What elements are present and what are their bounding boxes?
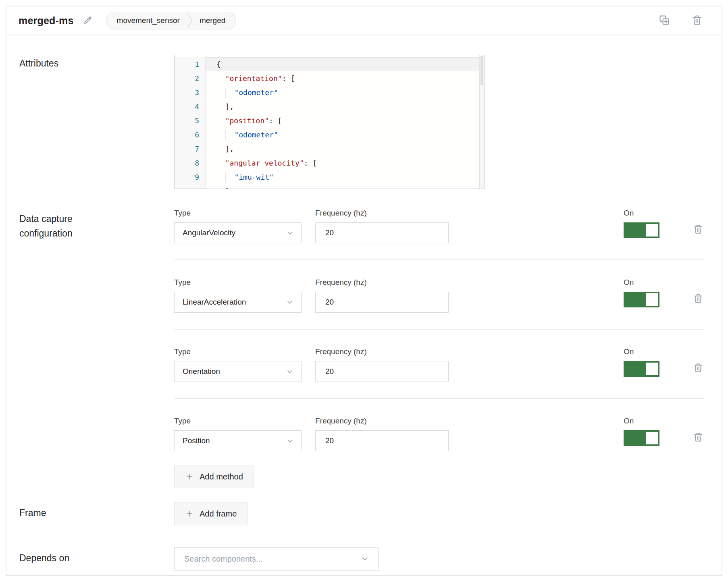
capture-type-select[interactable]: Position	[174, 430, 302, 451]
attributes-code-lines: 1{2 "orientation": [3 "odometer"4 ],5 "p…	[175, 57, 484, 189]
toggle-knob	[646, 432, 658, 444]
breadcrumb-type: movement_sensor	[117, 16, 180, 25]
code-line: 5 "position": [	[175, 114, 484, 128]
data-capture-label: Data capture configuration	[19, 209, 174, 488]
add-method-label: Add method	[200, 472, 243, 481]
trash-icon	[693, 293, 704, 305]
capture-row: Type Position Frequency (hz) On	[174, 417, 704, 451]
code-line: 6 "odometer"	[175, 128, 484, 142]
chevron-down-icon	[286, 437, 294, 445]
code-line: 1{	[175, 57, 484, 71]
add-frame-label: Add frame	[200, 509, 237, 519]
plus-icon	[185, 509, 194, 518]
capture-frequency-input[interactable]	[315, 222, 449, 243]
capture-type-select[interactable]: LinearAcceleration	[174, 292, 302, 313]
capture-frequency-input[interactable]	[315, 361, 449, 382]
code-line: 9 "imu-wit"	[175, 170, 484, 184]
capture-type-select[interactable]: Orientation	[174, 361, 302, 382]
capture-on-toggle[interactable]	[624, 361, 659, 377]
data-capture-section: Data capture configuration Type AngularV…	[19, 209, 704, 488]
attributes-label: Attributes	[19, 55, 174, 189]
breadcrumb-model: merged	[200, 16, 225, 25]
capture-row: Type Orientation Frequency (hz)	[174, 347, 704, 382]
capture-frequency-input[interactable]	[315, 292, 449, 313]
capture-on-toggle[interactable]	[624, 430, 659, 446]
editor-scrollbar-thumb[interactable]	[480, 56, 483, 85]
component-card: merged-ms movement_sensor merged	[6, 6, 722, 576]
depends-on-section: Depends on Search components...	[19, 547, 704, 585]
toggle-knob	[646, 293, 658, 306]
on-label: On	[624, 209, 659, 218]
breadcrumb-separator-icon	[187, 12, 192, 29]
component-header: merged-ms movement_sensor merged	[6, 6, 722, 35]
add-frame-button[interactable]: Add frame	[174, 502, 248, 525]
capture-frequency-input[interactable]	[315, 430, 449, 451]
header-actions	[658, 14, 703, 28]
component-title: merged-ms	[19, 15, 74, 27]
trash-icon	[693, 224, 704, 236]
duplicate-icon	[658, 14, 671, 28]
capture-type-select[interactable]: AngularVelocity	[174, 222, 302, 243]
type-label: Type	[174, 209, 302, 218]
code-line: 7 ],	[175, 142, 484, 156]
depends-on-label: Depends on	[19, 547, 174, 570]
duplicate-component-button[interactable]	[658, 14, 671, 28]
capture-on-toggle[interactable]	[624, 222, 659, 238]
component-body: Attributes 1{2 "orientation": [3 "odomet…	[6, 35, 722, 585]
code-line: 2 "orientation": [	[175, 71, 484, 85]
capture-type-value: Orientation	[183, 367, 220, 376]
attributes-section: Attributes 1{2 "orientation": [3 "odomet…	[19, 55, 704, 189]
chevron-down-icon	[286, 229, 294, 237]
breadcrumb: movement_sensor merged	[106, 12, 237, 29]
capture-row: Type AngularVelocity Frequency (hz)	[174, 209, 704, 243]
trash-icon	[693, 431, 704, 444]
on-label: On	[624, 417, 659, 425]
editor-scrollbar[interactable]	[479, 55, 484, 189]
frequency-label: Frequency (hz)	[315, 417, 449, 425]
delete-capture-row-button[interactable]	[693, 362, 704, 375]
chevron-down-icon	[286, 367, 294, 375]
code-line: 8 "angular_velocity": [	[175, 156, 484, 170]
delete-capture-row-button[interactable]	[693, 293, 704, 305]
type-label: Type	[174, 347, 302, 356]
code-line: 4 ],	[175, 100, 484, 114]
code-line: 3 "odometer"	[175, 85, 484, 100]
frame-section: Frame Add frame	[19, 502, 704, 525]
on-label: On	[624, 278, 659, 287]
capture-type-value: AngularVelocity	[183, 228, 235, 237]
delete-component-button[interactable]	[691, 14, 703, 27]
row-divider	[174, 259, 704, 260]
capture-on-toggle[interactable]	[624, 292, 659, 307]
code-line: 10 ]	[175, 184, 484, 189]
add-method-button[interactable]: Add method	[174, 465, 254, 488]
attributes-code-editor[interactable]: 1{2 "orientation": [3 "odometer"4 ],5 "p…	[174, 55, 485, 189]
toggle-knob	[646, 224, 658, 236]
type-label: Type	[174, 278, 302, 287]
frame-label: Frame	[19, 502, 174, 525]
row-divider	[174, 398, 704, 399]
frequency-label: Frequency (hz)	[315, 347, 449, 356]
plus-icon	[185, 472, 194, 481]
type-label: Type	[174, 417, 302, 425]
chevron-down-icon	[360, 554, 369, 563]
delete-capture-row-button[interactable]	[693, 431, 704, 444]
row-divider	[174, 329, 704, 330]
capture-row: Type LinearAcceleration Frequency (hz)	[174, 278, 704, 313]
frequency-label: Frequency (hz)	[315, 209, 449, 218]
pencil-icon	[83, 15, 93, 27]
toggle-knob	[646, 363, 658, 375]
frequency-label: Frequency (hz)	[315, 278, 449, 287]
delete-capture-row-button[interactable]	[693, 224, 704, 236]
depends-on-select[interactable]: Search components...	[174, 547, 379, 570]
chevron-down-icon	[286, 298, 294, 306]
depends-on-placeholder: Search components...	[184, 554, 263, 564]
edit-name-button[interactable]	[83, 15, 93, 27]
capture-type-value: Position	[183, 436, 210, 445]
trash-icon	[693, 362, 704, 375]
on-label: On	[624, 347, 659, 356]
trash-icon	[691, 14, 703, 27]
capture-type-value: LinearAcceleration	[183, 298, 246, 307]
